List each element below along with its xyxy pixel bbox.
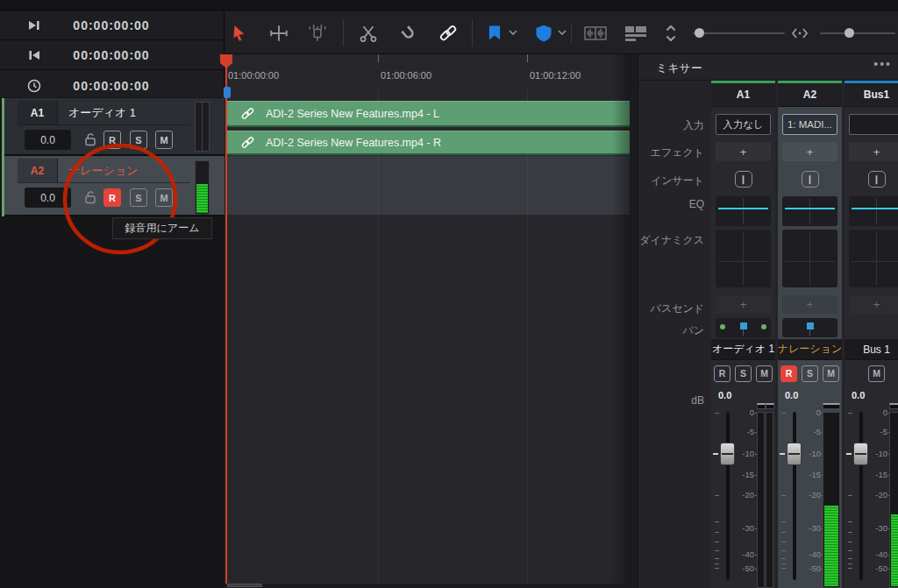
insert-slot[interactable]: ❙ — [782, 168, 837, 189]
db-scale-label: -20 — [742, 491, 754, 499]
eq-graph[interactable] — [782, 196, 837, 226]
timecode-display[interactable]: 00:00:00:00 — [54, 48, 168, 62]
timeline-marker[interactable] — [224, 87, 231, 98]
lock-icon[interactable] — [82, 131, 98, 147]
solo-button[interactable]: S — [735, 365, 752, 382]
eq-graph[interactable] — [716, 196, 771, 226]
bus-send-button[interactable]: + — [782, 295, 837, 314]
mixer-options-menu[interactable]: ••• — [873, 57, 892, 71]
trim-edit-tool-icon[interactable] — [269, 24, 289, 43]
timeline-view-options-icon[interactable] — [624, 24, 647, 43]
scissors-icon[interactable] — [359, 24, 378, 43]
skip-to-end-icon[interactable] — [26, 18, 42, 33]
solo-button[interactable]: S — [130, 131, 147, 149]
pan-right-dot — [761, 324, 766, 329]
fader-tick — [848, 413, 852, 414]
fader-track[interactable] — [859, 412, 863, 580]
lock-icon[interactable] — [82, 189, 98, 205]
track-volume-field[interactable]: 0.0 — [25, 130, 71, 150]
link-clips-icon[interactable] — [438, 24, 458, 43]
skip-to-start-icon[interactable] — [26, 47, 42, 63]
razor-tool-icon[interactable] — [308, 24, 327, 43]
insert-icon: ❙ — [868, 171, 886, 188]
input-select[interactable] — [849, 114, 898, 135]
scrollbar-thumb[interactable] — [227, 584, 262, 587]
track-id[interactable]: A2 — [18, 159, 58, 182]
waveform-view-icon[interactable] — [584, 24, 607, 43]
timeline[interactable]: 01:00:00:00 01:00:06:00 01:00:12:00 ADI-… — [225, 54, 630, 588]
channel-id[interactable]: A1 — [711, 83, 775, 107]
flag-icon[interactable] — [485, 24, 504, 43]
record-arm-button[interactable]: R — [714, 365, 731, 382]
timecode-display[interactable]: 00:00:00:00 — [54, 79, 168, 93]
track-name[interactable]: ナレーション — [68, 159, 139, 182]
add-effect-button[interactable]: + — [716, 142, 771, 161]
bus-send-button[interactable]: + — [716, 295, 771, 314]
track-header-a2-selected[interactable]: A2 ナレーション 0.0 R S M — [4, 156, 224, 216]
track-header-a1[interactable]: A1 オーディオ 1 0.0 R S M — [4, 98, 224, 156]
track-id[interactable]: A1 — [18, 101, 58, 124]
pan-control[interactable] — [782, 318, 837, 337]
db-value[interactable]: 0.0 — [718, 390, 731, 400]
db-value[interactable]: 0.0 — [785, 390, 798, 400]
mute-button[interactable]: M — [155, 131, 173, 149]
mute-button[interactable]: M — [868, 365, 885, 382]
db-scale-label: -50 — [809, 564, 821, 573]
fader-knob[interactable] — [720, 443, 735, 465]
eq-graph[interactable] — [849, 196, 898, 226]
dynamics-graph[interactable] — [849, 230, 898, 287]
clip-color-dropdown-chevron-icon[interactable] — [558, 30, 567, 36]
fader-knob[interactable] — [853, 443, 868, 465]
snapping-magnet-icon[interactable] — [399, 24, 418, 43]
record-arm-button-armed[interactable]: R — [103, 188, 121, 207]
channel-meter — [889, 412, 898, 588]
mute-button[interactable]: M — [756, 365, 773, 382]
fader-knob[interactable] — [787, 443, 802, 465]
channel-meter-right — [766, 412, 773, 588]
record-arm-button-armed[interactable]: R — [780, 365, 797, 382]
mute-button[interactable]: M — [155, 188, 173, 207]
selection-tool-icon[interactable] — [230, 24, 249, 43]
clip-color-icon[interactable] — [534, 24, 553, 43]
bus-send-button[interactable]: + — [849, 295, 898, 314]
input-select[interactable]: 入力なし — [716, 114, 771, 135]
channel-id[interactable]: Bus1 — [845, 83, 898, 107]
audio-clip-right-channel[interactable]: ADI-2 Series New Features.mp4 - R — [226, 131, 630, 155]
input-select[interactable]: 1: MADI... — [782, 114, 837, 135]
vertical-zoom-slider-knob[interactable] — [695, 28, 704, 38]
horizontal-zoom-icon[interactable] — [791, 24, 809, 43]
track-volume-field[interactable]: 0.0 — [25, 188, 71, 208]
pan-control-stereo[interactable] — [716, 318, 771, 337]
audio-clip-left-channel[interactable]: ADI-2 Series New Features.mp4 - L — [226, 101, 630, 127]
dynamics-graph[interactable] — [716, 230, 771, 287]
pan-position-marker — [740, 322, 747, 329]
mute-button[interactable]: M — [823, 365, 839, 382]
timeline-horizontal-scrollbar[interactable] — [225, 584, 630, 588]
channel-id[interactable]: A2 — [778, 83, 842, 107]
record-arm-button[interactable]: R — [103, 131, 121, 149]
clock-icon[interactable] — [26, 78, 42, 94]
track-name[interactable]: オーディオ 1 — [68, 101, 136, 124]
fader-track[interactable] — [793, 412, 796, 580]
dynamics-graph[interactable] — [782, 230, 837, 287]
flag-dropdown-chevron-icon[interactable] — [509, 30, 517, 36]
add-effect-button[interactable]: + — [849, 142, 898, 161]
fader-tick — [848, 563, 852, 564]
horizontal-zoom-slider-knob[interactable] — [845, 28, 854, 38]
channel-buttons: M — [845, 360, 898, 386]
timecode-display[interactable]: 00:00:00:00 — [54, 18, 168, 32]
solo-button[interactable]: S — [130, 188, 147, 207]
fader-track[interactable] — [726, 412, 730, 580]
horizontal-zoom-slider[interactable] — [820, 32, 895, 34]
playhead-line[interactable] — [225, 54, 227, 584]
track-header-panel: A1 オーディオ 1 0.0 R S M A2 ナレーション 0.0 R S M — [0, 97, 224, 588]
db-value[interactable]: 0.0 — [852, 390, 865, 400]
insert-slot[interactable]: ❙ — [716, 168, 771, 189]
vertical-zoom-slider[interactable] — [693, 32, 785, 34]
timecode-row-duration: 00:00:00:00 — [0, 71, 224, 100]
add-effect-button[interactable]: + — [782, 142, 837, 161]
insert-slot[interactable]: ❙ — [849, 168, 898, 189]
vertical-zoom-icon[interactable] — [664, 24, 678, 43]
solo-button[interactable]: S — [802, 365, 818, 382]
mixer-row-label-db: dB — [638, 394, 704, 407]
